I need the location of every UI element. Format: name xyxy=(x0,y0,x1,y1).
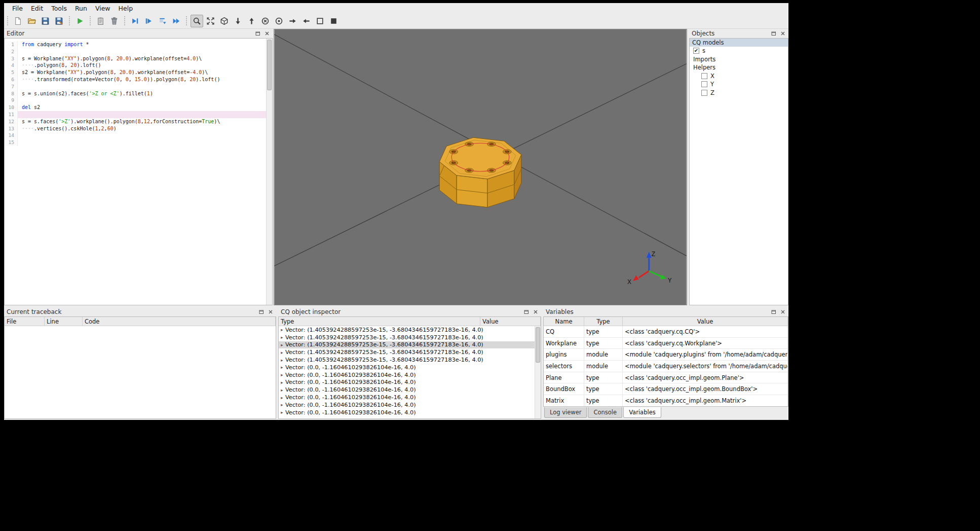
save-button[interactable] xyxy=(39,15,52,27)
tab-console[interactable]: Console xyxy=(588,407,622,418)
code-editor[interactable]: 1from cadquery import *23s = Workplane("… xyxy=(5,39,266,305)
checkbox-y[interactable] xyxy=(701,81,707,87)
view-front-button[interactable] xyxy=(273,15,285,27)
code-line-9[interactable]: 9 xyxy=(5,97,266,104)
run-button[interactable] xyxy=(73,15,86,27)
column-header-file[interactable]: File xyxy=(5,317,45,326)
inspector-row[interactable]: ▸Vector: (0.0, -1.1604610293826104e-16, … xyxy=(279,394,535,401)
float-panel-button[interactable] xyxy=(523,309,530,315)
tree-item-helpers[interactable]: Helpers xyxy=(690,63,788,72)
save-as-button[interactable] xyxy=(53,15,65,27)
step-into-button[interactable] xyxy=(156,15,169,27)
zoom-fit-button[interactable] xyxy=(191,15,203,27)
tree-root-cq-models[interactable]: CQ models xyxy=(690,39,788,47)
continue-button[interactable] xyxy=(170,15,182,27)
expand-icon[interactable]: ▸ xyxy=(279,372,285,377)
code-line-12[interactable]: 12s = s.faces('>Z').workplane().polygon(… xyxy=(5,118,266,125)
expand-icon[interactable]: ▸ xyxy=(279,350,285,355)
checkbox-z[interactable] xyxy=(701,90,707,96)
menu-edit[interactable]: Edit xyxy=(27,4,47,13)
close-panel-button[interactable] xyxy=(779,30,786,37)
code-line-14[interactable]: 14 xyxy=(5,132,266,139)
float-panel-button[interactable] xyxy=(258,309,265,315)
inspector-row[interactable]: ▸Vector: (0.0, -1.1604610293826104e-16, … xyxy=(279,386,535,394)
variable-row[interactable]: BoundBoxtype<class 'cadquery.occ_impl.ge… xyxy=(544,383,788,395)
variable-row[interactable]: Matrixtype<class 'cadquery.occ_impl.geom… xyxy=(544,395,788,407)
menu-run[interactable]: Run xyxy=(71,4,91,13)
code-line-4[interactable]: 4····.polygon(8, 20).loft() xyxy=(5,62,266,69)
column-header-code[interactable]: Code xyxy=(83,317,276,326)
expand-icon[interactable]: ▸ xyxy=(279,327,285,332)
code-line-1[interactable]: 1from cadquery import * xyxy=(5,41,266,48)
inspector-row[interactable]: ▸Vector: (0.0, -1.1604610293826104e-16, … xyxy=(279,379,535,386)
toolbar-handle[interactable] xyxy=(69,16,70,25)
tree-item-s[interactable]: ✔s xyxy=(690,47,788,55)
wireframe-button[interactable] xyxy=(314,15,326,27)
tree-item-imports[interactable]: Imports xyxy=(690,55,788,64)
menu-file[interactable]: File xyxy=(8,4,27,13)
toolbar-handle[interactable] xyxy=(186,16,187,25)
shaded-button[interactable] xyxy=(327,15,340,27)
column-header-name[interactable]: Name xyxy=(544,317,584,326)
code-line-11[interactable]: 11 xyxy=(5,111,266,118)
menu-view[interactable]: View xyxy=(91,4,115,13)
column-header-line[interactable]: Line xyxy=(45,317,83,326)
close-panel-button[interactable] xyxy=(532,309,539,315)
delete-button[interactable] xyxy=(108,15,121,27)
inspector-row[interactable]: ▸Vector: (1.4053924288597253e-15, -3.680… xyxy=(279,348,535,356)
close-panel-button[interactable] xyxy=(779,309,786,315)
float-panel-button[interactable] xyxy=(770,309,777,315)
code-line-7[interactable]: 7 xyxy=(5,83,266,90)
column-header-type[interactable]: Type xyxy=(279,317,480,326)
scrollbar-thumb[interactable] xyxy=(536,327,540,363)
column-header-type[interactable]: Type xyxy=(584,317,623,326)
checkbox-x[interactable] xyxy=(701,73,707,79)
variable-row[interactable]: Planetype<class 'cadquery.occ_impl.geom.… xyxy=(544,372,788,384)
tree-item-x[interactable]: X xyxy=(690,72,788,81)
code-line-2[interactable]: 2 xyxy=(5,48,266,55)
step-button[interactable] xyxy=(142,15,155,27)
inspector-scrollbar[interactable] xyxy=(535,326,541,418)
column-header-value[interactable]: Value xyxy=(623,317,788,326)
inspector-row[interactable]: ▸Vector: (0.0, -1.1604610293826104e-16, … xyxy=(279,409,535,416)
float-panel-button[interactable] xyxy=(254,30,261,37)
open-button[interactable] xyxy=(25,15,38,27)
editor-scrollbar[interactable] xyxy=(266,39,272,305)
code-line-13[interactable]: 13····.vertices().cskHole(1,2,60) xyxy=(5,125,266,132)
expand-icon[interactable]: ▸ xyxy=(279,335,285,340)
scrollbar-thumb[interactable] xyxy=(267,40,272,90)
variable-row[interactable]: Workplanetype<class 'cadquery.cq.Workpla… xyxy=(544,338,788,349)
view-right-button[interactable] xyxy=(286,15,299,27)
view-bottom-button[interactable] xyxy=(232,15,244,27)
fit-all-button[interactable] xyxy=(204,15,217,27)
view-back-button[interactable] xyxy=(259,15,272,27)
inspector-row[interactable]: ▸Vector: (1.4053924288597253e-15, -3.680… xyxy=(279,341,535,349)
view-top-button[interactable] xyxy=(245,15,258,27)
expand-icon[interactable]: ▸ xyxy=(279,395,285,400)
expand-icon[interactable]: ▸ xyxy=(279,358,285,363)
view-left-button[interactable] xyxy=(300,15,313,27)
toolbar-handle[interactable] xyxy=(90,16,91,25)
inspector-row[interactable]: ▸Vector: (1.4053924288597253e-15, -3.680… xyxy=(279,334,535,341)
new-file-button[interactable] xyxy=(12,15,24,27)
inspector-row[interactable]: ▸Vector: (1.4053924288597253e-15, -3.680… xyxy=(279,356,535,364)
menu-help[interactable]: Help xyxy=(115,4,137,13)
menu-tools[interactable]: Tools xyxy=(47,4,71,13)
debug-button[interactable] xyxy=(129,15,141,27)
code-line-5[interactable]: 5s2 = Workplane("XY").polygon(8, 20.0).w… xyxy=(5,69,266,76)
code-line-8[interactable]: 8s = s.union(s2).faces('>Z or <Z').fille… xyxy=(5,90,266,97)
float-panel-button[interactable] xyxy=(770,30,777,37)
toolbar-handle[interactable] xyxy=(7,16,8,25)
expand-icon[interactable]: ▸ xyxy=(279,365,285,370)
column-header-value[interactable]: Value xyxy=(480,317,541,326)
tab-variables[interactable]: Variables xyxy=(623,407,661,418)
code-line-3[interactable]: 3s = Workplane("XY").polygon(8, 20.0).wo… xyxy=(5,55,266,62)
checkbox-s[interactable]: ✔ xyxy=(693,48,699,54)
expand-icon[interactable]: ▸ xyxy=(279,402,285,407)
iso-view-button[interactable] xyxy=(218,15,231,27)
expand-icon[interactable]: ▸ xyxy=(279,380,285,385)
expand-icon[interactable]: ▸ xyxy=(279,387,285,393)
expand-icon[interactable]: ▸ xyxy=(279,342,285,347)
cad-model[interactable] xyxy=(439,137,521,207)
variable-row[interactable]: selectorsmodule<module 'cadquery.selecto… xyxy=(544,361,788,372)
